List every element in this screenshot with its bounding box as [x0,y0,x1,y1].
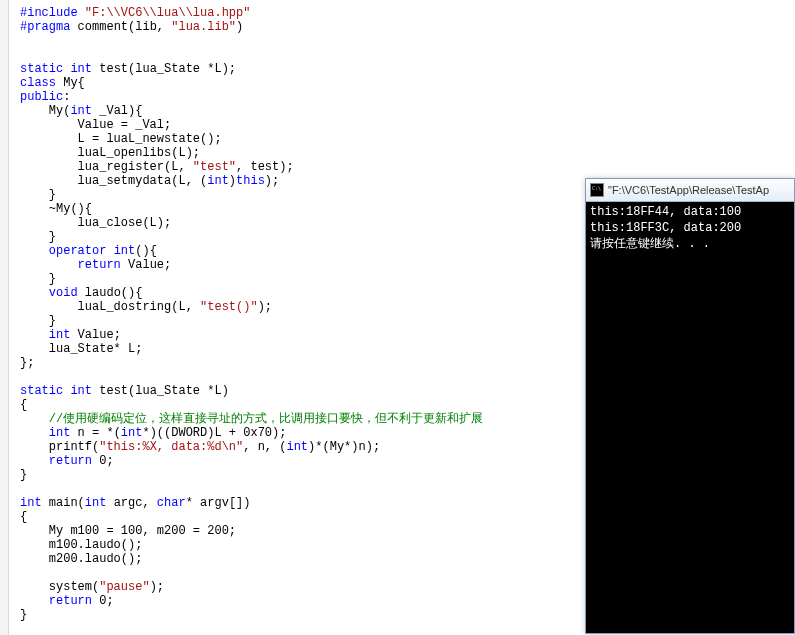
console-output: this:18FF44, data:100 this:18FF3C, data:… [586,202,794,633]
console-titlebar[interactable]: "F:\VC6\TestApp\Release\TestAp [586,179,794,202]
console-title: "F:\VC6\TestApp\Release\TestAp [608,184,769,196]
console-window[interactable]: "F:\VC6\TestApp\Release\TestAp this:18FF… [585,178,795,634]
console-app-icon [590,183,604,197]
editor-gutter [0,0,9,635]
